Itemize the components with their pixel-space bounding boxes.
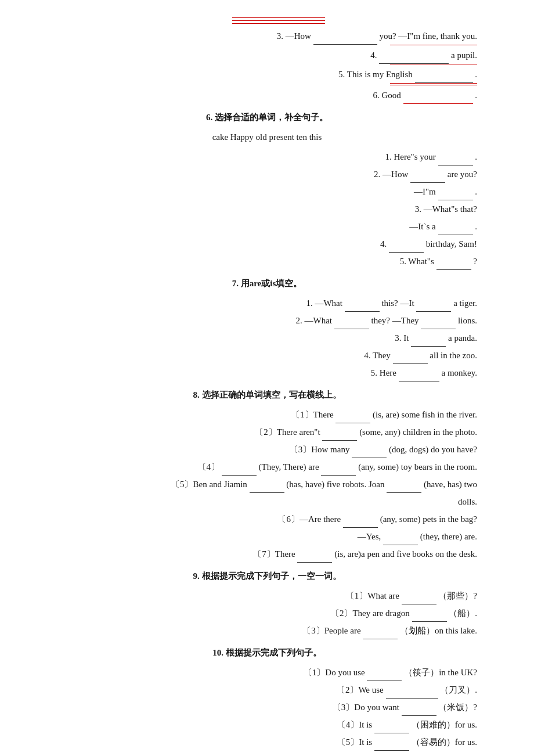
q8-4: 〔4〕 (They, There) are (any, some) toy be… (41, 458, 493, 476)
q6-1: 1. Here"s your . (41, 148, 493, 165)
q8-5a: 〔5〕Ben and Jiamin (has, have) five robot… (41, 476, 493, 493)
q6-4: 4. birthday, Sam! (41, 235, 493, 253)
q6-3: 3. —What"s that? (41, 200, 493, 218)
q8-7: 〔7〕There (is, are)a pen and five books o… (41, 545, 493, 563)
q10-1: 〔1〕Do you use （筷子）in the UK? (41, 664, 493, 681)
q3-line: 3. —How you? —I"m fine, thank you. (41, 27, 493, 45)
q8-2: 〔2〕There aren"t (some, any) children in … (41, 423, 493, 441)
q7-5: 5. Here a monkey. (41, 364, 493, 381)
q8-6b: —Yes, (they, there) are. (41, 528, 493, 545)
q9-1: 〔1〕What are （那些）? (41, 587, 493, 604)
q10-3: 〔3〕Do you want （米饭）? (41, 699, 493, 716)
sec10-heading: 10. 根据提示完成下列句子。 (41, 644, 493, 661)
q6-2: 2. —How are you? (41, 165, 493, 183)
q6-3b: —It`s a . (41, 218, 493, 235)
header-underlines (232, 17, 493, 26)
q10-5: 〔5〕It is （容易的）for us. (41, 733, 493, 751)
q8-6a: 〔6〕—Are there (any, some) pets in the ba… (41, 510, 493, 528)
sec6-heading: 6. 选择合适的单词，补全句子。 (41, 109, 493, 126)
page-container: 3. —How you? —I"m fine, thank you. 4. a … (29, 0, 505, 756)
word-list: cake Happy old present ten this (41, 128, 493, 146)
q9-3: 〔3〕People are （划船）on this lake. (41, 622, 493, 639)
q8-3: 〔3〕How many (dog, dogs) do you have? (41, 441, 493, 458)
sec8-heading: 8. 选择正确的单词填空，写在横线上。 (41, 386, 493, 404)
q5-line: 5. This is my English . (41, 66, 493, 83)
q9-2: 〔2〕They are dragon （船）. (41, 604, 493, 622)
q4-line: 4. a pupil. (41, 46, 493, 64)
sec7-heading: 7. 用are或is填空。 (41, 275, 493, 292)
sec9-heading: 9. 根据提示完成下列句子，一空一词。 (41, 567, 493, 585)
q7-1: 1. —What this? —It a tiger. (41, 294, 493, 312)
q7-2: 2. —What they? —They lions. (41, 312, 493, 329)
q6-2b: —I"m . (41, 183, 493, 200)
q6-5: 5. What"s ? (41, 253, 493, 270)
q8-5b: dolls. (41, 493, 493, 510)
q7-4: 4. They all in the zoo. (41, 347, 493, 364)
q8-1: 〔1〕There (is, are) some fish in the rive… (41, 406, 493, 423)
q10-2: 〔2〕We use （刀叉）. (41, 681, 493, 699)
q6-line: 6. Good . (41, 87, 493, 104)
q10-4: 〔4〕It is （困难的）for us. (41, 716, 493, 733)
q7-3: 3. It a panda. (41, 329, 493, 347)
